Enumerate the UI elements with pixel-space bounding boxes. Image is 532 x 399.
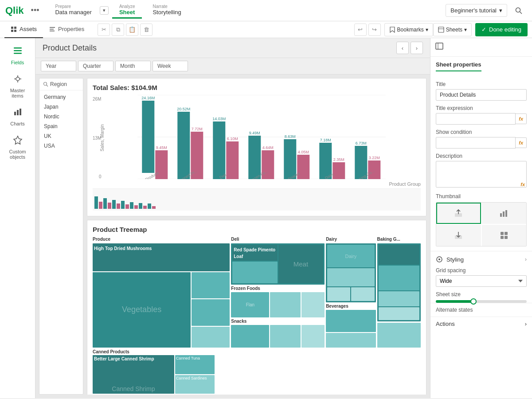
svg-text:7.18M: 7.18M [320,138,331,142]
y-axis-label: Sales, Margin [100,124,105,151]
nav-analyze[interactable]: Analyze Sheet [112,2,142,19]
actions-section[interactable]: Actions › [430,317,532,331]
treemap-card: Product Treemap Produce High Top Dried M… [87,220,426,395]
sheets-dropdown[interactable]: Sheets ▾ [433,23,472,36]
high-top-label: High Top Dried Mushrooms [94,246,152,251]
region-nordic[interactable]: Nordic [39,112,83,121]
sheets-chevron: ▾ [464,27,467,33]
bookmarks-dropdown[interactable]: Bookmarks ▾ [384,23,433,36]
bookmarks-chevron: ▾ [426,27,428,33]
charts-area: Total Sales: $104.9M 26M 13M 0 Sales, Ma… [87,78,426,395]
canned-small-1: Canned Tuna [175,355,215,374]
canned-small-col: Canned Tuna Canned Sardines [175,355,215,394]
filter-month[interactable]: Month [115,61,151,71]
sheet-size-section: Sheet size [430,291,532,303]
title-expression-input[interactable] [436,113,516,125]
nav-prepare-sub: Data manager [55,9,91,16]
copy-button[interactable]: ⧉ [112,23,124,36]
svg-point-23 [44,82,47,86]
svg-rect-38 [227,141,239,179]
mini-bar-7 [121,201,125,209]
spacer-area [216,349,421,394]
beverages-header: Beverages [326,304,376,309]
sheet-next-button[interactable]: › [411,42,423,54]
thumbnail-grid [436,202,527,246]
sheet-size-handle[interactable] [470,298,477,305]
nav-prepare-dropdown[interactable]: ▾ [100,6,109,15]
fields-label: Fields [11,60,24,65]
sidebar-item-custom-objects[interactable]: Custom objects [2,132,34,163]
qlik-logo-text: Qlik [5,5,24,16]
region-germany[interactable]: Germany [39,92,83,102]
thumbnail-upload[interactable] [436,203,481,224]
better-shrimp-label: Better Large Canned Shrimp [94,356,173,361]
cut-button[interactable]: ✂ [98,23,110,36]
region-spain[interactable]: Spain [39,121,83,131]
thumbnail-bar-chart[interactable] [482,203,527,224]
sheet-properties-title: Sheet properties [436,61,481,71]
actions-label: Actions [436,321,455,327]
canned-better-shrimp: Better Large Canned Shrimp Canned Shrimp [93,355,174,394]
sheet-prev-button[interactable]: ‹ [396,42,409,54]
paste-button[interactable]: 📋 [126,23,138,36]
tutorial-dropdown[interactable]: Beginner's tutorial ▾ [446,4,507,17]
alternate-states-label: Alternate states [436,307,473,313]
filter-quarter[interactable]: Quarter [78,61,113,71]
search-button[interactable] [511,3,527,19]
sidebar-item-charts[interactable]: Charts [2,104,34,130]
region-uk[interactable]: UK [39,131,83,141]
title-input[interactable] [436,89,527,101]
mini-bar-13 [148,203,151,209]
main-grid: Region Germany Japan Nordic Spain UK USA… [35,74,430,398]
thumbnail-grid-view[interactable] [482,225,527,246]
nav-analyze-sub: Sheet [119,9,135,16]
region-usa[interactable]: USA [39,141,83,151]
snacks-section [231,325,325,348]
charts-icon [13,107,23,119]
nav-narrate[interactable]: Narrate Storytelling [145,2,188,19]
filter-week[interactable]: Week [153,61,188,71]
baking-4 [379,307,419,320]
nav-prepare[interactable]: Prepare Data manager [48,2,98,19]
description-fx-button[interactable]: fx [520,182,525,187]
show-condition-fx-button[interactable]: fx [516,137,527,148]
sheet-navigation: ‹ › [396,42,423,54]
region-japan[interactable]: Japan [39,102,83,112]
description-textarea[interactable] [436,161,527,188]
right-panel-layout-icon[interactable] [435,42,444,53]
styling-section: Styling › [430,251,532,267]
svg-rect-40 [249,136,261,179]
thumbnail-upload-icon [454,209,463,218]
undo-button[interactable]: ↩ [354,23,367,36]
svg-text:24.16M: 24.16M [142,96,155,100]
charts-label: Charts [10,121,24,126]
svg-text:7.72M: 7.72M [192,127,203,131]
filter-year[interactable]: Year [41,61,76,71]
edit-buttons: ✂ ⧉ 📋 🗑 [98,23,153,36]
thumbnail-download[interactable] [436,225,481,246]
delete-button[interactable]: 🗑 [140,23,153,36]
master-items-icon [13,74,23,86]
mini-bar-10 [134,205,138,209]
frozen-foods-header: Frozen Foods [231,286,325,291]
canned-section: Better Large Canned Shrimp Canned Shrimp… [93,355,215,394]
grid-spacing-select[interactable]: Wide Medium Narrow [436,275,527,287]
beverages-2 [326,333,376,348]
title-expression-fx-button[interactable]: fx [516,113,527,124]
svg-rect-71 [505,232,508,235]
svg-text:4.05M: 4.05M [298,150,309,154]
meat-section: Meat [278,245,323,283]
styling-header[interactable]: Styling › [430,251,532,267]
sheets-label: Sheets [446,27,462,33]
tutorial-label: Beginner's tutorial [450,7,497,14]
redo-button[interactable]: ↪ [368,23,381,36]
show-condition-input[interactable] [436,137,516,149]
nav-dots[interactable]: ••• [31,6,39,15]
treemap-grid: Produce High Top Dried Mushrooms Vegetab… [93,237,421,348]
assets-tab[interactable]: Assets [4,21,43,38]
properties-tab[interactable]: Properties [43,21,90,38]
done-editing-button[interactable]: ✓ Done editing [475,23,528,36]
sidebar-item-fields[interactable]: Fields [2,43,34,69]
sidebar-item-master-items[interactable]: Master items [2,70,34,102]
svg-rect-20 [17,110,19,115]
